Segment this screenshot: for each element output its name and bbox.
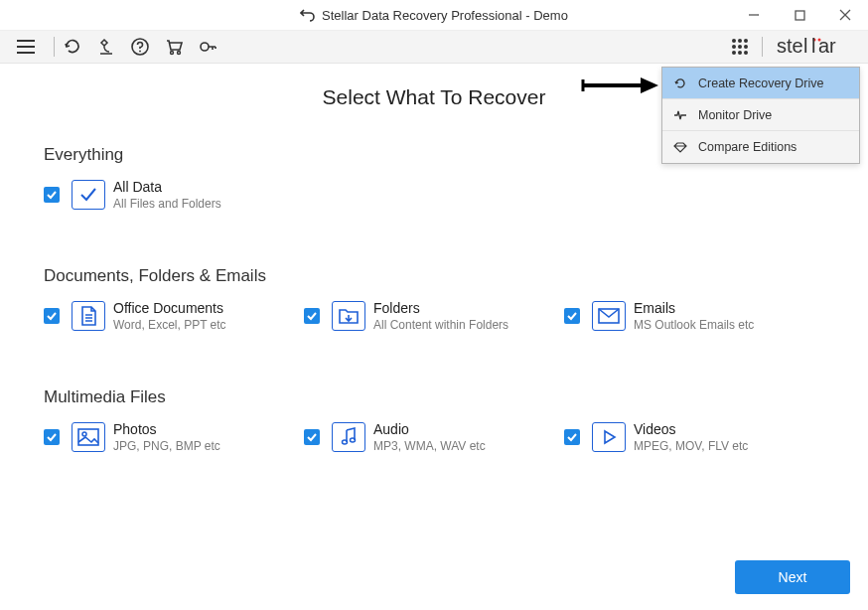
menu-item-label: Monitor Drive [698,108,772,122]
help-icon[interactable] [128,35,152,59]
play-icon [592,422,626,452]
item-subtitle: All Content within Folders [373,318,508,332]
item-subtitle: MP3, WMA, WAV etc [373,439,486,453]
menu-monitor-drive[interactable]: Monitor Drive [662,99,859,131]
menu-item-label: Compare Editions [698,140,796,154]
item-title: Emails [634,300,754,316]
window-title-wrap: Stellar Data Recovery Professional - Dem… [300,8,568,23]
item-subtitle: Word, Excel, PPT etc [113,318,226,332]
svg-point-20 [744,51,748,55]
document-icon [72,301,105,331]
checkbox-photos[interactable] [44,429,60,445]
item-title: Audio [373,421,486,437]
checkbox-audio[interactable] [304,429,320,445]
svg-point-15 [732,45,736,49]
svg-point-14 [744,39,748,43]
svg-point-8 [139,51,141,53]
hamburger-icon[interactable] [14,35,38,59]
svg-point-11 [201,43,209,51]
checkbox-all-data[interactable] [44,187,60,203]
item-title: Videos [634,421,748,437]
svg-point-17 [744,45,748,49]
item-title: Office Documents [113,300,226,316]
svg-point-13 [738,39,742,43]
maximize-button[interactable] [777,0,822,30]
refresh-icon [672,76,688,90]
svg-point-12 [732,39,736,43]
section-documents: Documents, Folders & Emails Office Docum… [44,266,824,332]
checkbox-folders[interactable] [304,308,320,324]
annotation-arrow [581,76,660,95]
item-subtitle: MPEG, MOV, FLV etc [634,439,748,453]
svg-point-16 [738,45,742,49]
svg-point-32 [343,440,348,444]
checkbox-office[interactable] [44,308,60,324]
brand-logo: stellar [777,35,854,59]
section-heading: Multimedia Files [44,387,824,407]
pulse-icon [672,108,688,122]
menu-create-recovery-drive[interactable]: Create Recovery Drive [662,68,859,99]
undo-icon [300,8,316,22]
image-icon [72,422,105,452]
svg-point-33 [351,438,356,442]
minimize-button[interactable] [731,0,777,30]
section-heading: Documents, Folders & Emails [44,266,824,286]
menu-item-label: Create Recovery Drive [698,76,823,90]
svg-point-19 [738,51,742,55]
svg-rect-1 [796,11,804,20]
svg-text:ar: ar [818,35,836,57]
grid-apps-icon[interactable] [728,35,752,59]
svg-text:l: l [803,35,807,57]
item-title: All Data [113,179,221,195]
item-subtitle: MS Outlook Emails etc [634,318,754,332]
section-multimedia: Multimedia Files Photos JPG, PNG, BMP et… [44,387,824,453]
item-title: Folders [373,300,508,316]
item-subtitle: All Files and Folders [113,197,221,211]
item-title: Photos [113,421,220,437]
svg-text:l: l [811,35,815,57]
close-button[interactable] [822,0,868,30]
check-icon [72,180,105,210]
cart-icon[interactable] [162,35,186,59]
svg-point-9 [171,52,174,55]
checkbox-emails[interactable] [564,308,580,324]
more-tools-dropdown: Create Recovery Drive Monitor Drive Comp… [661,67,860,164]
microscope-icon[interactable] [94,35,118,59]
next-button[interactable]: Next [735,560,850,594]
svg-text:ste: ste [777,35,803,57]
svg-rect-30 [78,429,98,445]
refresh-icon[interactable] [61,35,84,59]
checkbox-videos[interactable] [564,429,580,445]
music-note-icon [332,422,365,452]
toolbar: stellar [0,30,868,64]
svg-point-31 [82,432,86,436]
item-subtitle: JPG, PNG, BMP etc [113,439,220,453]
window-title: Stellar Data Recovery Professional - Dem… [322,8,568,23]
folder-download-icon [332,301,365,331]
menu-compare-editions[interactable]: Compare Editions [662,131,859,163]
key-icon[interactable] [196,35,219,59]
titlebar: Stellar Data Recovery Professional - Dem… [0,0,868,30]
diamond-icon [672,140,688,154]
svg-point-10 [178,52,181,55]
envelope-icon [592,301,626,331]
svg-point-18 [732,51,736,55]
